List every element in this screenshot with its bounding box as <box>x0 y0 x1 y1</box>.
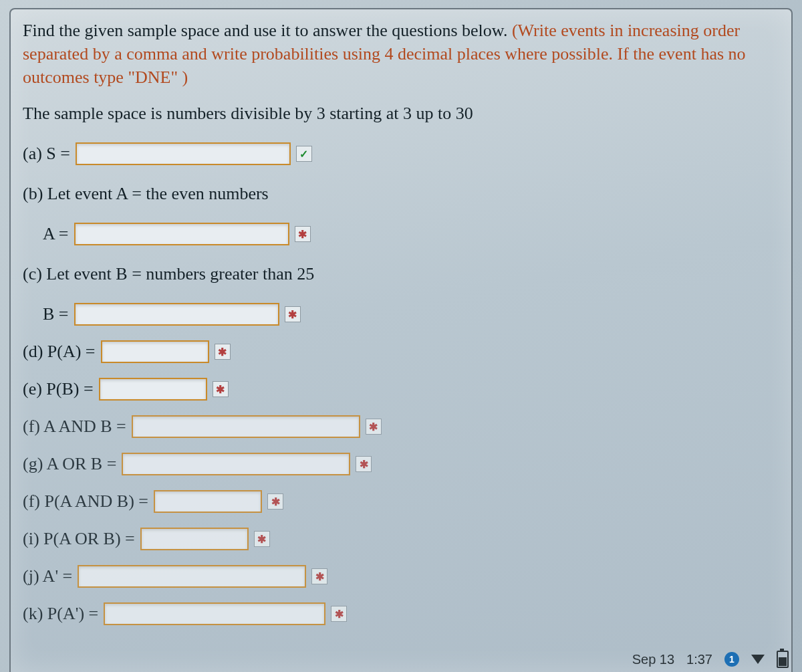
part-j: (j) A' = ✱ <box>23 565 779 588</box>
part-b-text: (b) Let event A = the even numbers <box>23 184 779 204</box>
x-icon: ✱ <box>295 226 311 242</box>
x-icon: ✱ <box>356 456 372 472</box>
part-f-input[interactable] <box>132 415 360 438</box>
instructions-main: Find the given sample space and use it t… <box>23 21 512 40</box>
status-date: Sep 13 <box>632 652 674 667</box>
part-c-text: (c) Let event B = numbers greater than 2… <box>23 264 779 284</box>
x-icon: ✱ <box>285 306 301 322</box>
part-c-description: (c) Let event B = numbers greater than 2… <box>23 264 314 284</box>
part-b: A = ✱ <box>43 223 779 245</box>
x-icon: ✱ <box>311 568 327 584</box>
part-f: (f) A AND B = ✱ <box>23 415 779 438</box>
battery-icon <box>777 651 789 668</box>
status-bar: Sep 13 1:37 1 <box>632 651 789 668</box>
part-a-label: (a) S = <box>23 144 70 164</box>
part-g-input[interactable] <box>122 453 350 475</box>
instructions: Find the given sample space and use it t… <box>23 19 779 89</box>
part-g: (g) A OR B = ✱ <box>23 453 779 475</box>
x-icon: ✱ <box>366 419 382 435</box>
notification-badge-icon[interactable]: 1 <box>724 652 739 667</box>
part-d: (d) P(A) = ✱ <box>23 340 779 363</box>
part-j-label: (j) A' = <box>23 566 72 586</box>
x-icon: ✱ <box>254 531 270 547</box>
part-h: (f) P(A AND B) = ✱ <box>23 490 779 513</box>
part-f-label: (f) A AND B = <box>23 417 126 437</box>
status-time: 1:37 <box>686 652 712 667</box>
part-i-label: (i) P(A OR B) = <box>23 529 135 549</box>
dropdown-icon[interactable] <box>751 655 765 664</box>
part-g-label: (g) A OR B = <box>23 454 116 474</box>
part-d-label: (d) P(A) = <box>23 342 96 362</box>
part-h-input[interactable] <box>154 490 262 513</box>
part-b-input[interactable] <box>74 223 289 245</box>
question-panel: Find the given sample space and use it t… <box>9 8 793 672</box>
part-c-input[interactable] <box>74 303 279 326</box>
part-c: B = ✱ <box>43 303 779 326</box>
part-b-label: A = <box>43 224 69 244</box>
x-icon: ✱ <box>331 606 347 622</box>
part-b-description: (b) Let event A = the even numbers <box>23 184 269 204</box>
part-a-input[interactable] <box>76 142 291 165</box>
x-icon: ✱ <box>215 344 231 360</box>
part-i: (i) P(A OR B) = ✱ <box>23 528 779 550</box>
screen: Find the given sample space and use it t… <box>0 0 802 672</box>
part-a: (a) S = ✓ <box>23 142 779 165</box>
part-d-input[interactable] <box>101 340 209 363</box>
part-e: (e) P(B) = ✱ <box>23 378 779 401</box>
part-e-label: (e) P(B) = <box>23 379 94 399</box>
checkmark-icon: ✓ <box>296 146 312 162</box>
part-k-label: (k) P(A') = <box>23 604 98 624</box>
part-i-input[interactable] <box>140 528 249 550</box>
part-h-label: (f) P(A AND B) = <box>23 491 148 512</box>
part-j-input[interactable] <box>78 565 306 588</box>
x-icon: ✱ <box>213 381 229 397</box>
part-k: (k) P(A') = ✱ <box>23 602 779 625</box>
sample-space-description: The sample space is numbers divisible by… <box>23 104 779 124</box>
part-k-input[interactable] <box>104 602 325 625</box>
part-c-label: B = <box>43 304 69 324</box>
x-icon: ✱ <box>267 493 283 510</box>
part-e-input[interactable] <box>99 378 207 401</box>
